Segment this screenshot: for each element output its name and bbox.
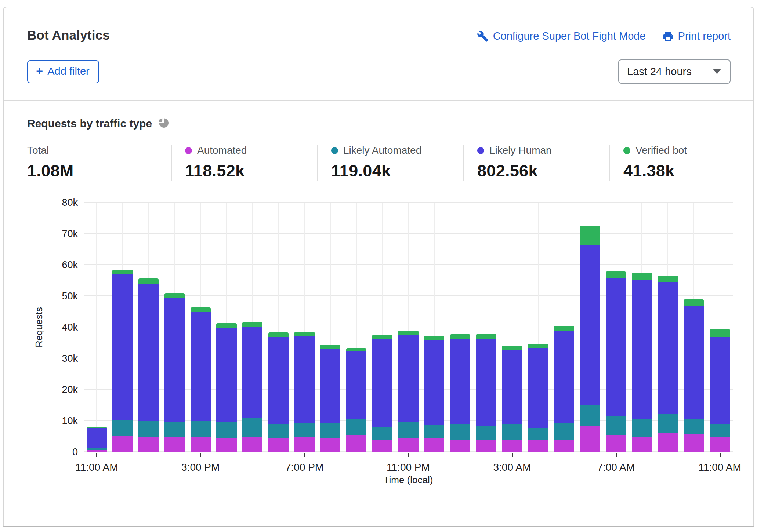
bar-segment-verified-bot <box>580 226 600 245</box>
bar-segment-likely-automated <box>684 419 704 435</box>
bar-segment-verified-bot <box>450 334 470 339</box>
bar-segment-verified-bot <box>294 332 315 336</box>
bar-segment-verified-bot <box>320 345 340 348</box>
stat-label-text: Total <box>27 145 49 156</box>
stat-item: Verified bot41.38k <box>609 145 694 181</box>
stacked-bar <box>294 332 315 452</box>
y-tick-label: 70k <box>45 228 78 240</box>
x-gridline <box>96 203 97 452</box>
x-tick-label: 7:00 PM <box>285 462 323 473</box>
chart-column <box>214 203 240 452</box>
legend-dot <box>185 147 192 154</box>
bar-segment-automated <box>554 440 574 452</box>
plus-icon: + <box>36 66 43 76</box>
bar-segment-automated <box>710 437 730 452</box>
y-axis-title: Requests <box>33 307 45 347</box>
y-tick-label: 80k <box>45 197 78 208</box>
stat-value: 1.08M <box>27 161 164 181</box>
stacked-bar <box>502 346 522 452</box>
bar-segment-likely-automated <box>606 416 626 435</box>
bar-segment-likely-automated <box>450 424 470 440</box>
printer-icon <box>662 30 674 42</box>
stat-label-text: Likely Human <box>489 145 552 156</box>
configure-super-bot-fight-mode-link[interactable]: Configure Super Bot Fight Mode <box>477 30 646 42</box>
bar-segment-automated <box>346 435 366 452</box>
stat-value: 119.04k <box>331 161 456 181</box>
bar-segment-likely-human <box>268 337 289 424</box>
add-filter-label: Add filter <box>47 65 89 77</box>
bar-segment-verified-bot <box>502 346 522 350</box>
bar-segment-automated <box>268 438 289 452</box>
stat-value: 41.38k <box>623 161 687 181</box>
bar-segment-automated <box>684 434 704 452</box>
chart-column <box>369 203 395 452</box>
bar-segment-likely-human <box>87 428 107 448</box>
chart-column <box>473 203 499 452</box>
bar-segment-automated <box>164 437 185 452</box>
bar-segment-automated <box>294 437 315 452</box>
bar-segment-likely-automated <box>294 423 315 437</box>
bar-segment-automated <box>372 440 392 452</box>
bar-segment-likely-automated <box>138 421 159 437</box>
bar-segment-verified-bot <box>554 326 574 331</box>
bar-segment-verified-bot <box>112 270 133 274</box>
y-tick-label: 30k <box>45 353 78 364</box>
stat-value: 118.52k <box>185 161 310 181</box>
bar-segment-automated <box>87 450 107 452</box>
chart-column <box>681 203 707 452</box>
configure-link-label: Configure Super Bot Fight Mode <box>493 30 646 42</box>
bar-segment-verified-bot <box>138 278 159 284</box>
x-tick-label: 3:00 PM <box>181 462 220 473</box>
bar-segment-likely-human <box>424 340 444 425</box>
bar-segment-likely-human <box>191 312 211 421</box>
x-tick-mark <box>616 453 617 457</box>
stacked-bar <box>372 335 392 452</box>
chart-column: 7:00 AM <box>603 203 629 452</box>
print-report-link[interactable]: Print report <box>662 30 731 42</box>
bar-segment-likely-automated <box>424 425 444 439</box>
stacked-bar <box>710 329 730 452</box>
stacked-bar <box>320 345 340 452</box>
bar-segment-likely-human <box>684 306 704 419</box>
bar-segment-automated <box>528 440 548 452</box>
bar-segment-likely-automated <box>164 422 185 437</box>
x-tick-mark <box>96 453 97 457</box>
stat-label: Verified bot <box>623 145 687 156</box>
bar-segment-verified-bot <box>476 334 496 339</box>
bar-segment-automated <box>112 436 133 452</box>
bar-segment-likely-human <box>528 348 548 428</box>
add-filter-button[interactable]: + Add filter <box>27 60 99 83</box>
stacked-bar <box>476 334 496 452</box>
bar-segment-verified-bot <box>710 329 730 336</box>
legend-dot <box>623 147 630 154</box>
chart-column <box>525 203 551 452</box>
bar-segment-verified-bot <box>216 323 236 328</box>
bar-segment-automated <box>632 437 652 452</box>
bar-segment-verified-bot <box>268 332 289 336</box>
bar-segment-likely-human <box>554 331 574 423</box>
bar-segment-likely-automated <box>502 424 522 440</box>
bar-segment-verified-bot <box>632 273 652 280</box>
chart-column: 3:00 PM <box>188 203 214 452</box>
bar-segment-verified-bot <box>658 276 678 282</box>
bar-segment-likely-automated <box>242 418 262 436</box>
print-link-label: Print report <box>678 30 731 42</box>
chart-column <box>551 203 577 452</box>
bar-segment-likely-automated <box>710 424 730 437</box>
chevron-down-icon <box>713 69 721 74</box>
x-tick-mark <box>512 453 513 457</box>
bar-segment-likely-automated <box>476 426 496 440</box>
time-range-select[interactable]: Last 24 hours <box>618 59 731 84</box>
stacked-bar <box>450 334 470 452</box>
bar-segment-likely-automated <box>346 419 366 435</box>
bar-segment-likely-human <box>398 335 418 422</box>
stacked-bar <box>346 348 366 452</box>
time-range-value: Last 24 hours <box>627 66 692 78</box>
header-row: Bot Analytics Configure Super Bot Fight … <box>4 7 753 43</box>
stacked-bar <box>268 332 289 452</box>
stacked-bar <box>632 273 652 452</box>
filter-row: + Add filter Last 24 hours <box>4 43 753 84</box>
bar-segment-verified-bot <box>606 271 626 278</box>
x-tick-label: 3:00 AM <box>493 462 531 473</box>
x-tick-mark <box>408 453 409 457</box>
